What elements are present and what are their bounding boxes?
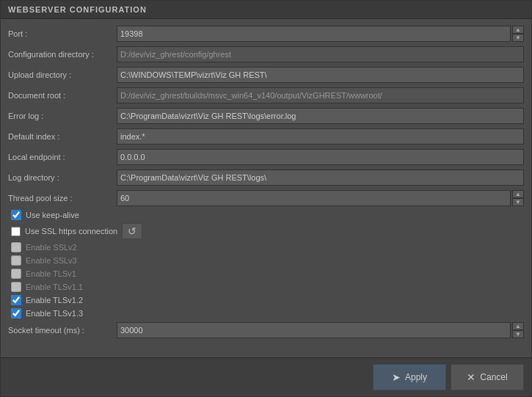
webserver-config-dialog: WEBSERVER CONFIGURATION Port : ▲ ▼ Confi… <box>0 0 532 397</box>
sslv3-label: Enable SSLv3 <box>26 256 77 265</box>
document-root-input[interactable] <box>117 87 524 103</box>
ssl-checkbox[interactable] <box>11 227 21 236</box>
log-dir-label: Log directory : <box>8 173 117 182</box>
upload-dir-input[interactable] <box>117 67 524 83</box>
tlsv1-1-row: Enable TLSv1.1 <box>8 282 524 292</box>
thread-pool-label: Thread pool size : <box>8 194 117 203</box>
ssl-reset-button[interactable]: ↺ <box>122 223 142 239</box>
error-log-input[interactable] <box>117 108 524 124</box>
document-root-row: Document root : <box>8 87 524 104</box>
form-content: Port : ▲ ▼ Configuration directory : Upl… <box>1 19 531 357</box>
local-endpoint-label: Local endpoint : <box>8 153 117 161</box>
sslv2-row: Enable SSLv2 <box>8 242 524 252</box>
dialog-title: WEBSERVER CONFIGURATION <box>1 1 531 19</box>
error-log-row: Error log : <box>8 107 524 125</box>
default-index-row: Default index : <box>8 128 524 145</box>
apply-icon: ➤ <box>392 371 401 383</box>
document-root-label: Document root : <box>8 91 117 100</box>
tlsv1-2-label: Enable TLSv1.2 <box>26 296 83 305</box>
socket-timeout-spin-down[interactable]: ▼ <box>512 330 524 338</box>
port-label: Port : <box>8 29 117 38</box>
upload-dir-row: Upload directory : <box>8 66 524 84</box>
sslv2-checkbox[interactable] <box>11 242 21 252</box>
upload-dir-label: Upload directory : <box>8 70 117 79</box>
tlsv1-2-checkbox[interactable] <box>11 295 21 305</box>
tlsv1-checkbox[interactable] <box>11 269 21 279</box>
thread-pool-spinner: ▲ ▼ <box>512 190 524 206</box>
log-dir-input[interactable] <box>117 170 524 186</box>
port-spin-down[interactable]: ▼ <box>512 34 524 42</box>
port-spin-up[interactable]: ▲ <box>512 26 524 34</box>
tlsv1-label: Enable TLSv1 <box>26 269 76 278</box>
socket-timeout-label: Socket timeout (ms) : <box>8 326 117 335</box>
keep-alive-row: Use keep-alive <box>8 210 524 220</box>
log-dir-row: Log directory : <box>8 169 524 186</box>
tlsv1-1-label: Enable TLSv1.1 <box>26 283 83 291</box>
sslv2-label: Enable SSLv2 <box>26 243 77 252</box>
port-row: Port : ▲ ▼ <box>8 25 524 43</box>
tlsv1-row: Enable TLSv1 <box>8 269 524 279</box>
config-dir-label: Configuration directory : <box>8 50 117 59</box>
thread-pool-input[interactable] <box>117 190 511 206</box>
tlsv1-3-label: Enable TLSv1.3 <box>26 309 83 318</box>
local-endpoint-row: Local endpoint : <box>8 148 524 166</box>
socket-timeout-spinner: ▲ ▼ <box>512 322 524 338</box>
dialog-footer: ➤ Apply ✕ Cancel <box>1 357 531 396</box>
sslv3-row: Enable SSLv3 <box>8 255 524 266</box>
socket-timeout-row: Socket timeout (ms) : ▲ ▼ <box>8 321 524 339</box>
thread-pool-spin-up[interactable]: ▲ <box>512 190 524 198</box>
config-dir-row: Configuration directory : <box>8 45 524 63</box>
sslv3-checkbox[interactable] <box>11 255 21 266</box>
apply-button[interactable]: ➤ Apply <box>373 364 446 390</box>
keep-alive-checkbox[interactable] <box>11 210 21 220</box>
port-input[interactable] <box>117 26 511 42</box>
cancel-button[interactable]: ✕ Cancel <box>451 364 524 390</box>
tlsv1-3-row: Enable TLSv1.3 <box>8 308 524 318</box>
tlsv1-3-checkbox[interactable] <box>11 308 21 318</box>
cancel-icon: ✕ <box>467 371 475 383</box>
tlsv1-1-checkbox[interactable] <box>11 282 21 292</box>
thread-pool-row: Thread pool size : ▲ ▼ <box>8 189 524 207</box>
port-spinner: ▲ ▼ <box>512 26 524 42</box>
socket-timeout-spin-up[interactable]: ▲ <box>512 322 524 330</box>
keep-alive-label: Use keep-alive <box>26 211 79 219</box>
ssl-row: Use SSL https connection ↺ <box>8 223 524 239</box>
local-endpoint-input[interactable] <box>117 149 524 165</box>
thread-pool-spin-down[interactable]: ▼ <box>512 198 524 206</box>
socket-timeout-input[interactable] <box>117 322 511 338</box>
default-index-label: Default index : <box>8 132 117 141</box>
ssl-label: Use SSL https connection <box>25 227 117 236</box>
default-index-input[interactable] <box>117 128 524 145</box>
config-dir-input[interactable] <box>117 46 524 62</box>
error-log-label: Error log : <box>8 112 117 120</box>
tlsv1-2-row: Enable TLSv1.2 <box>8 295 524 305</box>
